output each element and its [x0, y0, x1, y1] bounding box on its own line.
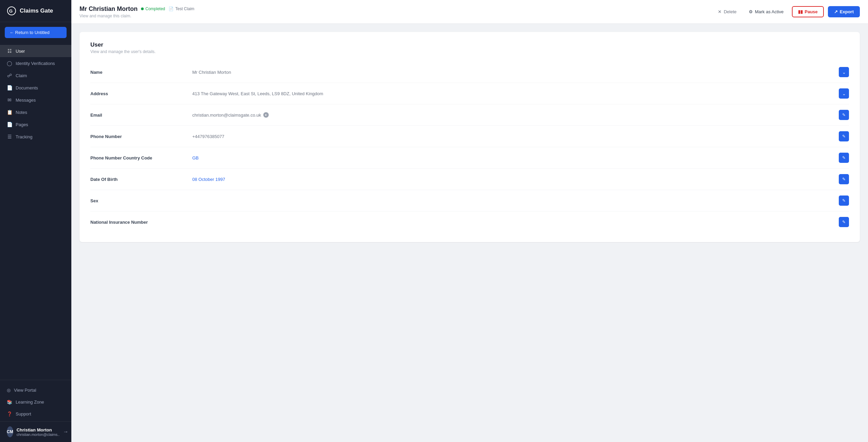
sidebar-item-learning-zone[interactable]: 📚 Learning Zone: [0, 396, 71, 408]
sidebar-item-view-portal[interactable]: ◎ View Portal: [0, 384, 71, 396]
avatar: CM: [7, 426, 13, 437]
grid-icon: ☷: [7, 48, 12, 54]
email-text: christian.morton@claimsgate.co.uk: [192, 113, 261, 118]
book-icon: 📚: [7, 400, 12, 405]
mark-active-button[interactable]: ⚙ Mark as Active: [745, 6, 788, 17]
edit-button-dob[interactable]: ✎: [839, 174, 849, 184]
field-label-dob: Date Of Birth: [90, 177, 192, 182]
edit-button-email[interactable]: ✎: [839, 110, 849, 120]
support-icon: ❓: [7, 411, 12, 417]
return-to-untitled-button[interactable]: ← Return to Untitled: [5, 27, 67, 38]
view-portal-label: View Portal: [14, 388, 36, 393]
field-label-phone: Phone Number: [90, 134, 192, 139]
tag-icon: ☍: [7, 73, 12, 78]
test-claim-badge: 📄 Test Claim: [169, 6, 194, 11]
card-header: User View and manage the user's details.: [90, 41, 849, 54]
field-value-dob: 08 October 1997: [192, 177, 839, 182]
field-value-address: 413 The Gateway West, East St, Leeds, LS…: [192, 91, 839, 96]
topbar: Mr Christian Morton Completed 📄 Test Cla…: [71, 0, 868, 24]
learning-zone-label: Learning Zone: [16, 400, 44, 405]
sidebar-item-user[interactable]: ☷ User: [0, 45, 71, 57]
note-icon: 📋: [7, 109, 12, 115]
gear-icon: ⚙: [749, 9, 753, 14]
content-area: User View and manage the user's details.…: [71, 24, 868, 442]
field-row-ni: National Insurance Number ✎: [90, 211, 849, 233]
sidebar-item-claim-label: Claim: [16, 73, 27, 78]
sidebar-item-user-label: User: [16, 49, 25, 54]
svg-text:G: G: [9, 8, 13, 14]
field-label-address: Address: [90, 91, 192, 96]
sidebar-item-documents-label: Documents: [16, 85, 38, 90]
page-icon: 📄: [7, 122, 12, 127]
completed-label: Completed: [145, 6, 165, 11]
delete-button[interactable]: ✕ Delete: [714, 6, 741, 17]
globe-icon: ◎: [7, 388, 11, 393]
mail-icon: ✉: [7, 97, 12, 103]
field-row-dob: Date Of Birth 08 October 1997 ✎: [90, 169, 849, 190]
field-row-name: Name Mr Christian Morton ⌄: [90, 62, 849, 83]
topbar-left: Mr Christian Morton Completed 📄 Test Cla…: [79, 5, 194, 18]
main-content: Mr Christian Morton Completed 📄 Test Cla…: [71, 0, 868, 442]
circle-icon: ◯: [7, 61, 12, 66]
field-row-sex: Sex ✎: [90, 190, 849, 211]
list-icon: ☰: [7, 134, 12, 139]
test-claim-label: Test Claim: [175, 6, 194, 11]
sidebar-item-notes[interactable]: 📋 Notes: [0, 106, 71, 118]
claims-gate-logo-icon: G: [7, 6, 16, 16]
field-value-name: Mr Christian Morton: [192, 70, 839, 75]
sidebar-item-pages-label: Pages: [16, 122, 28, 127]
sidebar-item-notes-label: Notes: [16, 110, 27, 115]
field-label-sex: Sex: [90, 198, 192, 203]
pause-icon: ▮▮: [798, 9, 803, 14]
sidebar-item-documents[interactable]: 📄 Documents: [0, 82, 71, 94]
sidebar-nav: ☷ User ◯ Identity Verifications ☍ Claim …: [0, 43, 71, 380]
field-label-email: Email: [90, 113, 192, 118]
sidebar-item-messages-label: Messages: [16, 98, 36, 103]
field-action-sex: ✎: [839, 196, 849, 206]
field-row-phone-country: Phone Number Country Code GB ✎: [90, 147, 849, 169]
edit-button-phone[interactable]: ✎: [839, 131, 849, 141]
export-button[interactable]: ↗ Export: [828, 6, 860, 17]
card-subtitle: View and manage the user's details.: [90, 49, 849, 54]
user-card: User View and manage the user's details.…: [79, 32, 860, 242]
field-value-phone-country: GB: [192, 155, 839, 160]
field-action-email: ✎: [839, 110, 849, 120]
edit-button-ni[interactable]: ✎: [839, 217, 849, 227]
sidebar-item-messages[interactable]: ✉ Messages: [0, 94, 71, 106]
field-value-phone: +447976385077: [192, 134, 839, 139]
gb-link[interactable]: GB: [192, 155, 199, 160]
logout-icon[interactable]: →: [63, 429, 68, 435]
sidebar-item-pages[interactable]: 📄 Pages: [0, 118, 71, 131]
sidebar-item-identity[interactable]: ◯ Identity Verifications: [0, 57, 71, 69]
file-icon-small: 📄: [169, 6, 174, 11]
mark-active-label: Mark as Active: [755, 9, 784, 14]
user-full-name: Christian Morton: [17, 427, 60, 432]
field-action-ni: ✎: [839, 217, 849, 227]
field-row-phone: Phone Number +447976385077 ✎: [90, 126, 849, 147]
field-label-ni: National Insurance Number: [90, 220, 192, 225]
chevron-down-button-address[interactable]: ⌄: [839, 88, 849, 99]
x-icon: ✕: [718, 9, 722, 14]
sidebar-item-support[interactable]: ❓ Support: [0, 408, 71, 420]
topbar-subtitle: View and manage this claim.: [79, 14, 194, 18]
sidebar-item-identity-label: Identity Verifications: [16, 61, 55, 66]
verify-icon[interactable]: ●: [263, 112, 269, 118]
sidebar: G Claims Gate ← Return to Untitled ☷ Use…: [0, 0, 71, 442]
sidebar-user: CM Christian Morton christian.morton@cla…: [0, 421, 71, 442]
upload-icon: ↗: [834, 9, 838, 14]
pause-button[interactable]: ▮▮ Pause: [792, 6, 824, 17]
edit-button-phone-country[interactable]: ✎: [839, 153, 849, 163]
sidebar-logo-text: Claims Gate: [20, 7, 53, 14]
sidebar-item-claim[interactable]: ☍ Claim: [0, 69, 71, 82]
topbar-actions: ✕ Delete ⚙ Mark as Active ▮▮ Pause ↗ Exp…: [714, 6, 860, 17]
support-label: Support: [16, 411, 31, 417]
sidebar-item-tracking[interactable]: ☰ Tracking: [0, 131, 71, 143]
card-title: User: [90, 41, 849, 48]
dob-link[interactable]: 08 October 1997: [192, 177, 225, 182]
chevron-down-button-name[interactable]: ⌄: [839, 67, 849, 77]
field-action-address: ⌄: [839, 88, 849, 99]
file-icon: 📄: [7, 85, 12, 90]
edit-button-sex[interactable]: ✎: [839, 196, 849, 206]
completed-dot: [141, 7, 144, 10]
field-action-phone-country: ✎: [839, 153, 849, 163]
